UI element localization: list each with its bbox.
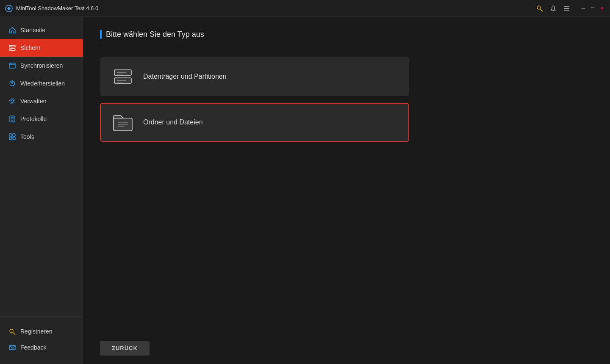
manage-icon xyxy=(8,97,16,105)
svg-rect-22 xyxy=(9,134,12,136)
minimize-button[interactable]: ─ xyxy=(580,6,586,11)
card-disk-partition[interactable]: Datenträger und Partitionen xyxy=(100,57,409,96)
page-header: Bitte wählen Sie den Typ aus xyxy=(100,30,593,45)
sync-icon xyxy=(8,62,16,69)
sidebar-label-registrieren: Registrieren xyxy=(20,328,52,335)
close-button[interactable]: ✕ xyxy=(599,6,605,11)
card-folder-files[interactable]: Ordner und Dateien xyxy=(100,103,409,142)
log-icon xyxy=(8,115,16,123)
bottom-bar: ZURÜCK xyxy=(100,332,593,356)
svg-rect-8 xyxy=(9,45,15,47)
sidebar-item-protokolle[interactable]: Protokolle xyxy=(0,110,83,128)
svg-rect-12 xyxy=(9,63,15,68)
svg-point-26 xyxy=(10,329,13,333)
sidebar-label-feedback: Feedback xyxy=(20,344,46,351)
folder-files-icon xyxy=(113,112,133,132)
page-title: Bitte wählen Sie den Typ aus xyxy=(106,30,204,39)
menu-icon[interactable] xyxy=(563,5,570,12)
sidebar-item-verwalten[interactable]: Verwalten xyxy=(0,92,83,110)
sidebar-item-registrieren[interactable]: Registrieren xyxy=(0,323,83,339)
svg-point-17 xyxy=(10,99,15,104)
header-accent xyxy=(100,30,102,39)
key-bottom-icon xyxy=(8,328,16,335)
content-area: Bitte wählen Sie den Typ aus xyxy=(83,17,610,364)
restore-icon xyxy=(8,80,16,87)
sidebar-item-tools[interactable]: Tools xyxy=(0,128,83,146)
tools-icon xyxy=(8,133,16,141)
sidebar-label-sichern: Sichern xyxy=(20,44,40,51)
app-title: MiniTool ShadowMaker Test 4.6.0 xyxy=(16,5,98,11)
back-button[interactable]: ZURÜCK xyxy=(100,341,150,356)
titlebar-left: MiniTool ShadowMaker Test 4.6.0 xyxy=(5,5,98,12)
svg-rect-23 xyxy=(13,134,15,136)
svg-point-1 xyxy=(537,6,541,9)
sidebar-label-protokolle: Protokolle xyxy=(20,116,47,122)
sidebar-label-tools: Tools xyxy=(20,133,34,140)
bell-icon[interactable] xyxy=(550,5,557,12)
sidebar-label-wiederherstellen: Wiederherstellen xyxy=(20,80,65,87)
main-container: Startseite Sichern xyxy=(0,17,610,364)
disk-partition-icon xyxy=(113,66,133,87)
window-controls: ─ □ ✕ xyxy=(580,6,605,11)
titlebar: MiniTool ShadowMaker Test 4.6.0 xyxy=(0,0,610,17)
backup-icon xyxy=(8,44,16,52)
card-disk-partition-label: Datenträger und Partitionen xyxy=(143,73,227,80)
svg-point-16 xyxy=(11,100,14,102)
type-selection-cards: Datenträger und Partitionen xyxy=(100,57,593,142)
sidebar: Startseite Sichern xyxy=(0,17,83,364)
sidebar-label-startseite: Startseite xyxy=(20,27,45,33)
sidebar-label-verwalten: Verwalten xyxy=(20,98,46,105)
sidebar-item-sichern[interactable]: Sichern xyxy=(0,39,83,57)
home-icon xyxy=(8,26,16,34)
sidebar-item-feedback[interactable]: Feedback xyxy=(0,339,83,356)
key-icon[interactable] xyxy=(536,5,543,12)
sidebar-item-startseite[interactable]: Startseite xyxy=(0,21,83,39)
svg-rect-24 xyxy=(9,137,12,140)
sidebar-bottom: Registrieren Feedback xyxy=(0,316,83,364)
svg-rect-9 xyxy=(9,49,15,50)
sidebar-label-sync: Synchronisieren xyxy=(20,62,63,69)
titlebar-right: ─ □ ✕ xyxy=(536,5,605,12)
nav-items: Startseite Sichern xyxy=(0,17,83,316)
sidebar-item-synchronisieren[interactable]: Synchronisieren xyxy=(0,57,83,74)
card-folder-files-label: Ordner und Dateien xyxy=(143,119,203,126)
mail-icon xyxy=(8,344,16,351)
sidebar-item-wiederherstellen[interactable]: Wiederherstellen xyxy=(0,74,83,92)
app-logo-icon xyxy=(5,5,13,12)
maximize-button[interactable]: □ xyxy=(590,6,596,11)
svg-rect-25 xyxy=(13,137,15,140)
